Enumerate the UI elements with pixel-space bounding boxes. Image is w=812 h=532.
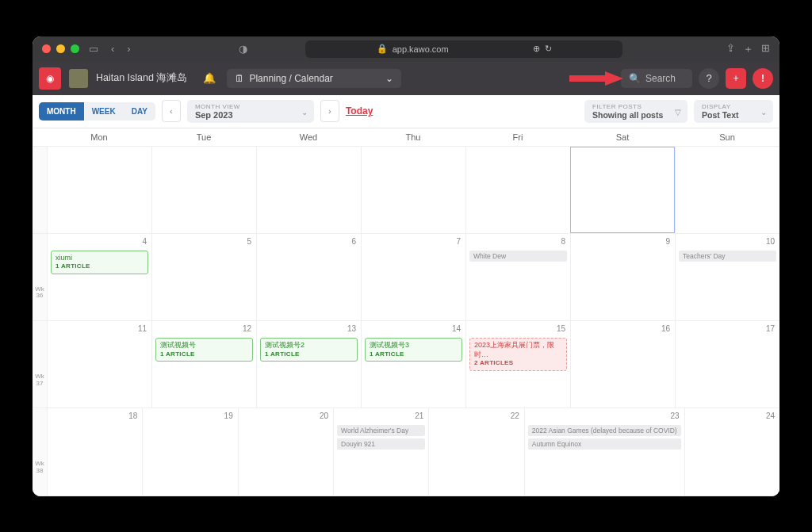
day-number: 18 (128, 411, 137, 420)
day-header: Wed (256, 128, 361, 146)
prev-period-button[interactable]: ‹ (162, 100, 181, 122)
view-week[interactable]: WEEK (84, 102, 124, 121)
day-number: 24 (766, 411, 775, 420)
help-button[interactable]: ? (699, 68, 719, 89)
calendar-event[interactable]: 测试视频号31 ARTICLE (365, 338, 462, 362)
today-link[interactable]: Today (346, 105, 373, 117)
calendar-cell[interactable]: 24 (684, 408, 779, 495)
share-icon[interactable]: ⇪ (726, 42, 735, 56)
workspace-thumbnail[interactable] (69, 69, 88, 88)
annotation-arrow (569, 69, 625, 88)
calendar-event[interactable]: White Dew (469, 251, 567, 262)
calendar-cell[interactable]: 20 (238, 408, 333, 495)
calendar-cell[interactable]: 14测试视频号31 ARTICLE (361, 321, 465, 408)
address-bar[interactable]: 🔒 app.kawo.com ⊕ ↻ (305, 40, 622, 58)
calendar-toolbar: MONTH WEEK DAY ‹ MONTH VIEW Sep 2023 ⌄ ›… (33, 95, 779, 128)
reader-icon[interactable]: ↻ (545, 44, 552, 54)
back-icon[interactable]: ‹ (108, 43, 117, 55)
browser-titlebar: ▭ ‹ › ◑ 🔒 app.kawo.com ⊕ ↻ ⇪ ＋ ⊞ (33, 36, 779, 62)
calendar-cell[interactable]: 11 (47, 321, 151, 408)
calendar-cell[interactable]: 13测试视频号21 ARTICLE (256, 321, 361, 408)
calendar-event[interactable]: Douyin 921 (337, 438, 425, 450)
calendar-event[interactable]: 测试视频号1 ARTICLE (155, 338, 253, 362)
calendar-cell[interactable]: 22 (428, 408, 523, 495)
search-placeholder: Search (645, 73, 676, 84)
filter-icon: ▽ (675, 108, 681, 117)
day-number: 23 (671, 411, 680, 420)
calendar-cell[interactable]: 19 (142, 408, 237, 495)
day-number: 6 (351, 237, 356, 246)
display-dropdown[interactable]: DISPLAY Post Text ⌄ (694, 100, 773, 123)
view-day[interactable]: DAY (124, 102, 155, 121)
forward-icon[interactable]: › (124, 43, 133, 55)
chevron-down-icon: ⌄ (385, 73, 393, 84)
period-selector[interactable]: MONTH VIEW Sep 2023 ⌄ (187, 100, 314, 123)
shield-icon[interactable]: ◑ (236, 43, 251, 55)
calendar-cell[interactable]: 5 (151, 234, 256, 320)
calendar-cell[interactable]: 232022 Asian Games (delayed because of C… (524, 408, 684, 495)
chevron-down-icon: ⌄ (760, 108, 767, 117)
user-avatar[interactable]: ! (753, 68, 773, 89)
day-header: Mon (47, 128, 151, 146)
calendar-cell[interactable]: 18 (47, 408, 142, 495)
day-number: 15 (557, 324, 565, 333)
calendar-cell[interactable]: 8White Dew (465, 234, 570, 320)
create-button[interactable]: ＋ (726, 68, 746, 89)
calendar-event[interactable]: Teachers' Day (679, 251, 776, 262)
calendar-cell[interactable] (361, 147, 465, 233)
close-window-icon[interactable] (42, 44, 51, 53)
maximize-window-icon[interactable] (71, 44, 79, 53)
calendar-cell[interactable]: 7 (361, 234, 465, 320)
calendar-event[interactable]: 2022 Asian Games (delayed because of COV… (528, 425, 681, 436)
calendar-cell[interactable] (47, 147, 151, 233)
search-input[interactable]: 🔍 Search (621, 69, 692, 88)
day-number: 21 (415, 411, 423, 420)
calendar-event[interactable]: Autumn Equinox (528, 438, 681, 450)
day-number: 8 (561, 237, 565, 246)
day-header: Sat (570, 128, 675, 146)
calendar-event[interactable]: xiumi1 ARTICLE (51, 251, 148, 274)
calendar-cell[interactable]: 21World Alzheimer's DayDouyin 921 (333, 408, 428, 495)
app-header: ◉ Haitan Island 海滩岛 🔔 🗓Planning / Calend… (33, 62, 779, 95)
day-number: 10 (766, 237, 775, 246)
week-label: Wk36 (33, 234, 47, 320)
calendar-cell[interactable]: 6 (256, 234, 361, 320)
calendar-cell[interactable] (256, 147, 361, 233)
week-label: Wk38 (33, 408, 47, 495)
calendar-event[interactable]: 测试视频号21 ARTICLE (260, 338, 358, 362)
next-period-button[interactable]: › (320, 100, 339, 122)
filter-posts-dropdown[interactable]: FILTER POSTS Showing all posts ▽ (584, 100, 688, 123)
traffic-lights[interactable] (42, 44, 79, 53)
day-number: 13 (347, 324, 356, 333)
calendar-cell[interactable]: 12测试视频号1 ARTICLE (151, 321, 256, 408)
day-number: 9 (665, 237, 670, 246)
day-number: 4 (142, 237, 147, 246)
day-number: 11 (138, 324, 147, 333)
calendar-cell[interactable]: 10Teachers' Day (675, 234, 779, 320)
calendar-cell[interactable] (675, 147, 779, 233)
workspace-name[interactable]: Haitan Island 海滩岛 (96, 71, 187, 85)
nav-dropdown[interactable]: 🗓Planning / Calendar ⌄ (227, 69, 401, 88)
day-number: 19 (224, 411, 233, 420)
sidebar-toggle-icon[interactable]: ▭ (86, 43, 102, 55)
calendar-event[interactable]: 2023上海家具展门票，限时…2 ARTICLES (469, 338, 567, 371)
app-logo-icon[interactable]: ◉ (39, 67, 61, 90)
calendar-cell[interactable]: 152023上海家具展门票，限时…2 ARTICLES (465, 321, 570, 408)
calendar-cell[interactable]: 17 (675, 321, 779, 408)
minimize-window-icon[interactable] (56, 44, 65, 53)
calendar-cell[interactable] (151, 147, 256, 233)
calendar-cell[interactable]: 9 (570, 234, 675, 320)
translate-icon[interactable]: ⊕ (533, 44, 540, 54)
calendar-event[interactable]: World Alzheimer's Day (337, 425, 425, 436)
notifications-icon[interactable]: 🔔 (200, 72, 219, 84)
calendar-cell[interactable] (570, 147, 675, 233)
calendar-grid: MonTueWedThuFriSatSun Wk364xiumi1 ARTICL… (33, 128, 779, 496)
tabs-icon[interactable]: ⊞ (761, 42, 770, 56)
day-number: 16 (661, 324, 670, 333)
calendar-cell[interactable] (465, 147, 570, 233)
calendar-cell[interactable]: 16 (570, 321, 675, 408)
view-month[interactable]: MONTH (39, 102, 84, 121)
calendar-cell[interactable]: 4xiumi1 ARTICLE (47, 234, 151, 320)
new-tab-icon[interactable]: ＋ (743, 42, 753, 56)
day-number: 12 (243, 324, 251, 333)
